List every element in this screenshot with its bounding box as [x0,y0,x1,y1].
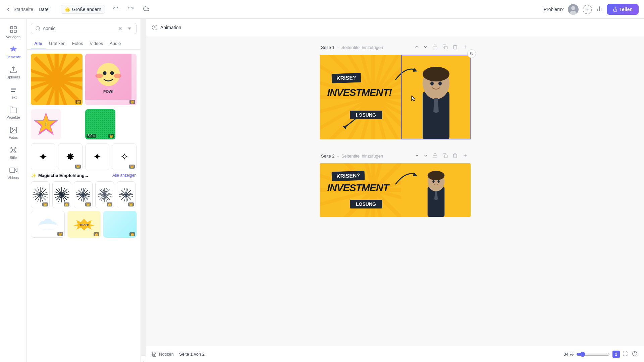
page-1-lock[interactable] [431,43,439,52]
element-thumb-yellow-burst[interactable]: 👑 [31,54,83,105]
slide-1-container[interactable]: KRISE? INVESTMENT! LÖSUNG [320,55,471,139]
svg-point-139 [427,171,444,180]
cloud-save-button[interactable] [141,4,151,15]
magic-thumb-4[interactable]: 👑 [95,181,114,208]
rotate-handle[interactable]: ↻ [467,49,476,58]
sidebar-item-videos[interactable]: Videos [1,164,25,182]
svg-point-145 [632,351,637,356]
filter-tab-fotos[interactable]: Fotos [69,38,87,49]
element-thumb-pop-girl[interactable]: POW! 👑 [85,54,137,105]
sidebar-label-projekte: Projekte [6,115,20,119]
slide2-arrow-top [392,168,419,188]
element-thumb-cloud[interactable]: 👑 [31,211,65,238]
user-avatar [568,4,579,15]
clear-search-icon[interactable] [117,26,123,31]
search-input[interactable] [43,26,115,31]
problem-button[interactable]: Problem? [544,7,564,12]
sidebar-item-projekte[interactable]: Projekte [1,103,25,122]
loesung-text-2: LÖSUNG [350,200,382,208]
notes-button[interactable]: Notizen [152,352,174,357]
element-thumb-star2[interactable]: ✸ 👑 [58,143,83,170]
redo-button[interactable] [126,4,136,15]
page-2-delete[interactable] [451,152,459,161]
view-buttons: 2 [612,350,639,359]
filter-icon[interactable] [127,26,132,31]
sidebar-item-vorlagen[interactable]: Vorlagen [1,23,25,42]
animation-button[interactable]: Animation [152,24,181,31]
sidebar-item-text[interactable]: Text [1,83,25,102]
yellow-burst-svg [31,54,83,105]
burst-svg-5 [118,187,134,203]
crown-badge-yeah: 👑 [94,232,99,236]
element-thumb-star1[interactable]: ✦ [31,143,55,170]
element-thumb-light-blue[interactable]: 👑 [103,211,137,238]
page-2-add[interactable] [461,152,469,161]
page-1-delete[interactable] [451,43,459,52]
canvas-toolbar: Animation [146,19,644,36]
magic-thumb-1[interactable]: 👑 [31,181,50,208]
add-team-button[interactable]: + [583,5,592,14]
filter-tab-audio[interactable]: Audio [106,38,124,49]
magic-thumb-3[interactable]: 👑 [74,181,93,208]
page-2-collapse-down[interactable] [422,152,429,160]
page-1-subtitle[interactable]: Seitentitel hinzufügen [341,45,383,50]
page-2-copy[interactable] [441,152,449,161]
crown-badge: 👑 [75,100,81,104]
sidebar-item-uploads[interactable]: Uploads [1,63,25,82]
filter-tab-videos[interactable]: Videos [87,38,107,49]
help-button[interactable] [631,350,639,359]
investment-text-2: INVESTMENT [327,182,389,193]
zoom-label: 34 % [564,352,574,357]
krisen-text: KRISEN? [332,171,365,181]
share-button[interactable]: Teilen [607,4,639,15]
svg-point-1 [571,6,575,10]
sidebar-item-fotos[interactable]: Fotos [1,123,25,142]
hide-panel-button[interactable]: ‹ [141,355,146,362]
element-thumb-starburst-pink[interactable]: ! [31,109,61,139]
filter-tab-grafiken[interactable]: Grafiken [46,38,69,49]
svg-point-16 [15,147,16,149]
svg-marker-136 [413,172,417,176]
datei-menu[interactable]: Datei [39,7,50,12]
magic-thumb-2[interactable]: 👑 [52,181,71,208]
element-thumb-star3[interactable]: ✦ [85,143,110,170]
magic-icon: ✨ [31,173,36,178]
slide-1[interactable]: KRISE? INVESTMENT! LÖSUNG [320,55,471,139]
page-1-collapse-up[interactable] [414,44,420,51]
element-thumb-green-video[interactable]: 5.0 s 👑 [85,109,115,139]
see-all-link[interactable]: Alle anzeigen [112,173,137,178]
slide-2-container[interactable]: KRISEN? INVESTMENT LÖSUNG [320,163,471,217]
page-2-subtitle[interactable]: Seitentitel hinzufügen [341,154,383,159]
svg-text:!: ! [45,121,47,127]
search-bar[interactable] [31,23,137,34]
burst-svg-2 [54,187,70,203]
size-change-button[interactable]: 🌟 Größe ändern [61,5,105,14]
page-1-label: Seite 1 [321,45,334,50]
page-2-lock[interactable] [431,152,439,161]
notes-label: Notizen [159,352,174,357]
animation-icon [152,24,158,31]
star-symbol-4: ✧ [120,151,128,162]
page-2-collapse-up[interactable] [414,152,420,160]
zoom-slider[interactable] [576,352,610,357]
panel-content: 👑 POW! 👑 [27,50,141,362]
fullscreen-button[interactable] [621,350,629,359]
startseite-link[interactable]: Startseite [13,7,33,12]
page-1-collapse-down[interactable] [422,44,429,51]
slide-2[interactable]: KRISEN? INVESTMENT LÖSUNG [320,163,471,217]
element-thumb-star4[interactable]: ✧ 👑 [112,143,137,170]
back-button[interactable]: Startseite [5,6,33,12]
svg-point-21 [36,26,40,30]
page-1-copy[interactable] [441,43,449,52]
element-thumb-yeah[interactable]: YEAH! 👑 [67,211,101,238]
sidebar-label-elemente: Elemente [5,55,21,59]
canvas-scroll[interactable]: Seite 1 - Seitentitel hinzufügen [146,36,644,346]
filter-tab-alle[interactable]: Alle [31,38,46,49]
undo-button[interactable] [110,4,120,15]
magic-thumb-5[interactable]: 👑 [117,181,136,208]
analytics-button[interactable] [596,5,603,13]
sidebar-item-elemente[interactable]: Elemente [1,43,25,62]
sidebar-item-stile[interactable]: Stile [1,143,25,162]
crown-badge-blue: 👑 [129,232,135,236]
crown-badge-2: 👑 [129,100,135,104]
